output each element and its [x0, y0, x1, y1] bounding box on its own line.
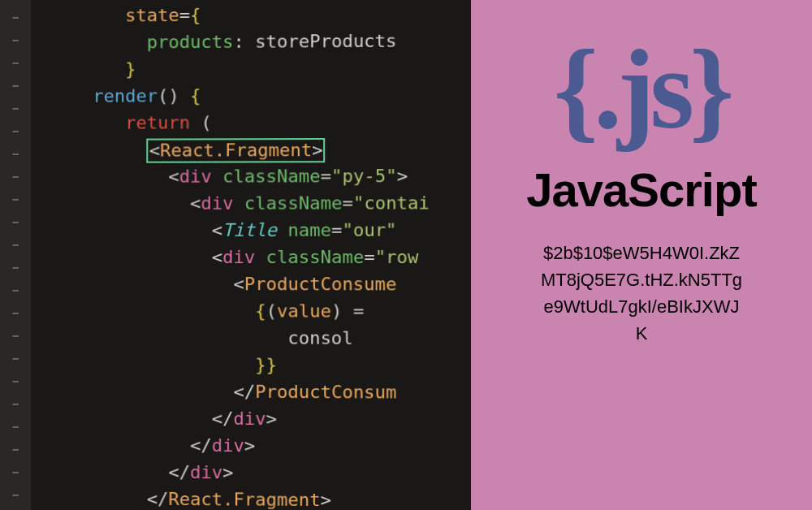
- cursor-highlight: <React.Fragment>: [147, 138, 326, 163]
- line-number-gutter: ━━━━━━━━━━━━━━━━━━━━━━: [0, 0, 31, 510]
- code-content: state={ products: storeProducts } render…: [39, 0, 430, 510]
- hash-string: $2b$10$eW5H4W0I.ZkZ MT8jQ5E7G.tHZ.kN5TTg…: [526, 240, 757, 347]
- info-panel: {.js} JavaScript $2b$10$eW5H4W0I.ZkZ MT8…: [471, 0, 812, 510]
- js-title: JavaScript: [526, 162, 756, 217]
- js-logo: {.js}: [554, 32, 729, 146]
- code-editor-panel: ━━━━━━━━━━━━━━━━━━━━━━ state={ products:…: [0, 0, 471, 510]
- code-token: state: [125, 5, 179, 25]
